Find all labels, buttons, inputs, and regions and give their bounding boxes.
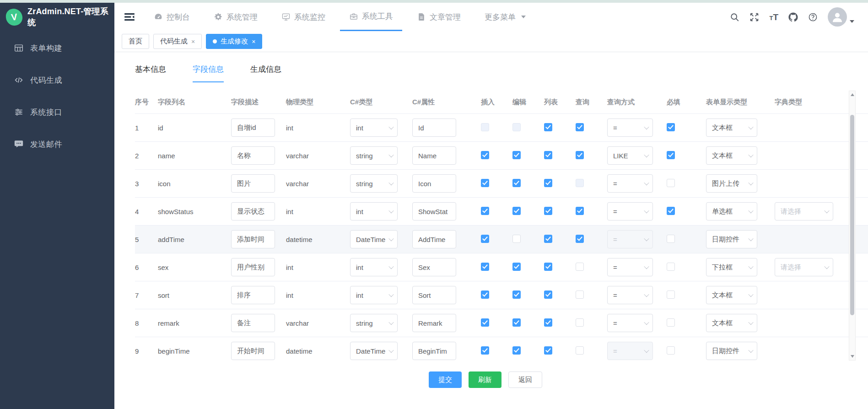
list-checkbox[interactable] <box>544 207 552 215</box>
display-type-select[interactable]: 日期控件 <box>706 230 757 248</box>
query-mode-select[interactable]: = <box>607 202 653 221</box>
query-mode-select[interactable]: LIKE <box>607 146 653 165</box>
nav-item-article-manage[interactable]: 文章管理 <box>408 3 470 31</box>
insert-checkbox[interactable] <box>481 235 489 243</box>
cs-type-select[interactable]: int <box>350 202 398 221</box>
cs-type-select[interactable]: DateTime <box>350 230 398 248</box>
list-checkbox[interactable] <box>544 179 552 187</box>
query-mode-select[interactable]: = <box>607 118 653 137</box>
edit-checkbox[interactable] <box>512 318 521 327</box>
field-desc-input[interactable] <box>231 258 275 276</box>
scrollbar-thumb[interactable] <box>850 115 854 315</box>
required-checkbox[interactable] <box>667 123 675 131</box>
display-type-select[interactable]: 文本框 <box>706 314 757 332</box>
nav-item-console[interactable]: 控制台 <box>145 3 199 31</box>
edit-checkbox[interactable] <box>512 207 521 215</box>
edit-checkbox[interactable] <box>512 346 521 355</box>
search-icon[interactable] <box>730 12 739 22</box>
vertical-scrollbar[interactable] <box>849 91 856 361</box>
cs-type-select[interactable]: DateTime <box>350 342 398 360</box>
insert-checkbox[interactable] <box>481 318 489 327</box>
submit-button[interactable]: 提交 <box>429 371 462 388</box>
cs-prop-input[interactable] <box>412 286 456 304</box>
cs-prop-input[interactable] <box>412 314 456 332</box>
github-icon[interactable] <box>788 12 798 22</box>
edit-checkbox[interactable] <box>512 263 521 271</box>
query-mode-select[interactable]: = <box>607 286 653 304</box>
edit-checkbox[interactable] <box>512 179 521 187</box>
query-checkbox[interactable] <box>576 291 584 299</box>
insert-checkbox[interactable] <box>481 207 489 215</box>
edit-checkbox[interactable] <box>512 151 521 159</box>
nav-item-more-menu[interactable]: 更多菜单 <box>475 3 535 31</box>
sidebar-collapse-icon[interactable] <box>124 11 135 23</box>
content-tab-0[interactable]: 基本信息 <box>135 64 166 82</box>
query-checkbox[interactable] <box>576 151 584 159</box>
required-checkbox[interactable] <box>667 346 675 355</box>
sidebar-item-send-mail[interactable]: 发送邮件 <box>0 128 114 160</box>
field-desc-input[interactable] <box>231 118 275 137</box>
insert-checkbox[interactable] <box>481 263 489 271</box>
list-checkbox[interactable] <box>544 151 552 159</box>
edit-checkbox[interactable] <box>512 123 521 131</box>
insert-checkbox[interactable] <box>481 346 489 355</box>
cs-type-select[interactable]: string <box>350 146 398 165</box>
field-desc-input[interactable] <box>231 286 275 304</box>
field-desc-input[interactable] <box>231 146 275 165</box>
required-checkbox[interactable] <box>667 151 675 159</box>
cs-prop-input[interactable] <box>412 230 456 248</box>
nav-item-system-monitor[interactable]: 系统监控 <box>272 3 334 31</box>
page-tab-1[interactable]: 代码生成 × <box>153 34 202 49</box>
query-mode-select[interactable]: = <box>607 258 653 276</box>
query-checkbox[interactable] <box>576 318 584 327</box>
nav-item-system-manage[interactable]: 系统管理 <box>205 3 267 31</box>
cs-prop-input[interactable] <box>412 174 456 193</box>
page-tab-0[interactable]: 首页 <box>122 34 149 49</box>
scroll-down-icon[interactable] <box>851 355 854 358</box>
required-checkbox[interactable] <box>667 263 675 271</box>
list-checkbox[interactable] <box>544 346 552 355</box>
query-mode-select[interactable]: = <box>607 230 653 248</box>
edit-checkbox[interactable] <box>512 291 521 299</box>
cs-type-select[interactable]: int <box>350 258 398 276</box>
display-type-select[interactable]: 图片上传 <box>706 174 757 193</box>
query-mode-select[interactable]: = <box>607 342 653 360</box>
display-type-select[interactable]: 单选框 <box>706 202 757 221</box>
required-checkbox[interactable] <box>667 318 675 327</box>
dict-type-select[interactable]: 请选择 <box>775 258 833 276</box>
required-checkbox[interactable] <box>667 179 675 187</box>
query-checkbox[interactable] <box>576 207 584 215</box>
required-checkbox[interactable] <box>667 207 675 215</box>
display-type-select[interactable]: 文本框 <box>706 118 757 137</box>
insert-checkbox[interactable] <box>481 123 489 131</box>
query-mode-select[interactable]: = <box>607 314 653 332</box>
cs-type-select[interactable]: int <box>350 118 398 137</box>
cs-prop-input[interactable] <box>412 342 456 360</box>
list-checkbox[interactable] <box>544 263 552 271</box>
help-icon[interactable] <box>808 12 818 22</box>
refresh-button[interactable]: 刷新 <box>469 371 501 388</box>
field-desc-input[interactable] <box>231 342 275 360</box>
cs-type-select[interactable]: int <box>350 286 398 304</box>
display-type-select[interactable]: 下拉框 <box>706 258 757 276</box>
list-checkbox[interactable] <box>544 291 552 299</box>
cs-type-select[interactable]: string <box>350 174 398 193</box>
query-checkbox[interactable] <box>576 179 584 187</box>
user-menu[interactable] <box>828 7 854 27</box>
font-size-icon[interactable]: TT <box>769 13 778 22</box>
insert-checkbox[interactable] <box>481 179 489 187</box>
cs-prop-input[interactable] <box>412 146 456 165</box>
query-checkbox[interactable] <box>576 346 584 355</box>
app-logo[interactable]: V ZrAdmin.NET-管理系统 <box>0 3 114 31</box>
field-desc-input[interactable] <box>231 230 275 248</box>
query-mode-select[interactable]: = <box>607 174 653 193</box>
list-checkbox[interactable] <box>544 123 552 131</box>
query-checkbox[interactable] <box>576 123 584 131</box>
insert-checkbox[interactable] <box>481 291 489 299</box>
fullscreen-icon[interactable] <box>749 12 759 22</box>
field-desc-input[interactable] <box>231 174 275 193</box>
query-checkbox[interactable] <box>576 263 584 271</box>
display-type-select[interactable]: 文本框 <box>706 286 757 304</box>
cs-prop-input[interactable] <box>412 118 456 137</box>
scroll-up-icon[interactable] <box>851 93 854 96</box>
